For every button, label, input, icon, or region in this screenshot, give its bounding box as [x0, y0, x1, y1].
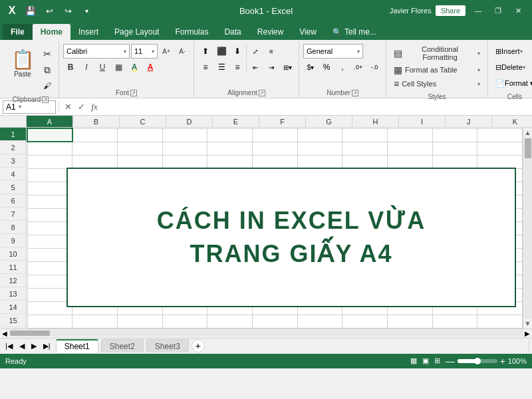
cell-E9[interactable] — [207, 235, 253, 248]
cell-I7[interactable] — [387, 208, 432, 221]
cell-C12[interactable] — [117, 275, 162, 288]
cell-B4[interactable] — [72, 168, 118, 182]
cell-I8[interactable] — [387, 221, 432, 235]
cell-F4[interactable] — [252, 168, 297, 182]
cell-I13[interactable] — [387, 288, 432, 301]
number-expander[interactable]: ↗ — [352, 90, 358, 96]
cell-K5[interactable] — [477, 182, 523, 195]
col-header-I[interactable]: I — [399, 116, 446, 127]
cell-J3[interactable] — [432, 155, 477, 168]
comma-button[interactable]: , — [335, 60, 350, 74]
cell-C13[interactable] — [117, 288, 162, 301]
cell-H6[interactable] — [342, 195, 388, 208]
cell-G10[interactable] — [297, 248, 342, 261]
cell-G6[interactable] — [297, 195, 342, 208]
cell-F10[interactable] — [252, 248, 297, 261]
cell-D8[interactable] — [162, 221, 207, 235]
cell-H5[interactable] — [342, 182, 388, 195]
cell-E5[interactable] — [207, 182, 253, 195]
row-number-14[interactable]: 14 — [0, 301, 26, 314]
cell-G7[interactable] — [297, 208, 342, 221]
cell-C7[interactable] — [117, 208, 162, 221]
cell-J14[interactable] — [432, 301, 477, 315]
cell-G8[interactable] — [297, 221, 342, 235]
tab-insert[interactable]: Insert — [70, 24, 106, 40]
h-scroll-track[interactable] — [9, 330, 523, 336]
row-number-9[interactable]: 9 — [0, 234, 26, 247]
format-as-table-button[interactable]: ▦ Format as Table ▾ — [390, 63, 483, 76]
cell-A5[interactable] — [27, 182, 72, 195]
align-bottom-button[interactable]: ⬇ — [230, 44, 245, 59]
cut-button[interactable]: ✂ — [40, 47, 55, 61]
cell-B14[interactable] — [72, 301, 118, 315]
cell-E13[interactable] — [207, 288, 253, 301]
cell-H4[interactable] — [342, 168, 388, 182]
decrease-decimal-button[interactable]: -.0 — [367, 60, 382, 74]
qat-more-icon[interactable]: ▾ — [80, 4, 93, 17]
row-number-1[interactable]: 1 — [0, 128, 26, 141]
cell-D6[interactable] — [162, 195, 207, 208]
cell-E2[interactable] — [207, 142, 253, 155]
cell-H15[interactable] — [342, 315, 388, 328]
cell-G9[interactable] — [297, 235, 342, 248]
zoom-handle[interactable] — [474, 358, 481, 364]
cell-K11[interactable] — [477, 261, 523, 275]
cell-F15[interactable] — [252, 315, 297, 328]
increase-indent-button[interactable]: ⇥ — [264, 60, 279, 74]
row-number-6[interactable]: 6 — [0, 194, 26, 207]
col-header-K[interactable]: K — [492, 116, 532, 127]
view-break-button[interactable]: ⊞ — [434, 356, 440, 365]
cell-C6[interactable] — [117, 195, 162, 208]
cell-D12[interactable] — [162, 275, 207, 288]
row-number-13[interactable]: 13 — [0, 287, 26, 301]
add-sheet-button[interactable]: + — [192, 339, 205, 352]
col-header-B[interactable]: B — [73, 116, 120, 127]
cell-F8[interactable] — [252, 221, 297, 235]
cell-G4[interactable] — [297, 168, 342, 182]
cell-B6[interactable] — [72, 195, 118, 208]
row-number-10[interactable]: 10 — [0, 247, 26, 261]
cell-J1[interactable] — [432, 128, 477, 142]
cell-G11[interactable] — [297, 261, 342, 275]
cell-K1[interactable] — [477, 128, 523, 142]
cell-A1[interactable] — [27, 128, 72, 142]
col-header-F[interactable]: F — [259, 116, 306, 127]
tab-data[interactable]: Data — [216, 24, 249, 40]
cell-B15[interactable] — [72, 315, 118, 328]
cell-B13[interactable] — [72, 288, 118, 301]
view-normal-button[interactable]: ▦ — [410, 356, 417, 365]
cell-F6[interactable] — [252, 195, 297, 208]
horizontal-scrollbar[interactable]: ◀ ▶ — [0, 329, 532, 338]
cell-C4[interactable] — [117, 168, 162, 182]
cell-I10[interactable] — [387, 248, 432, 261]
cell-B5[interactable] — [72, 182, 118, 195]
cell-B7[interactable] — [72, 208, 118, 221]
scroll-up-button[interactable]: ▲ — [523, 128, 532, 138]
increase-font-size-button[interactable]: A+ — [159, 44, 174, 59]
cell-B11[interactable] — [72, 261, 118, 275]
sheet-last-button[interactable]: ▶| — [41, 340, 53, 352]
cell-B2[interactable] — [72, 142, 118, 155]
scroll-right-button[interactable]: ▶ — [523, 330, 532, 337]
cell-G13[interactable] — [297, 288, 342, 301]
cell-K8[interactable] — [477, 221, 523, 235]
cell-G1[interactable] — [297, 128, 342, 142]
cell-J4[interactable] — [432, 168, 477, 182]
font-expander[interactable]: ↗ — [130, 90, 137, 96]
row-number-5[interactable]: 5 — [0, 181, 26, 194]
sheet-prev-button[interactable]: ◀ — [17, 340, 27, 352]
cell-C15[interactable] — [117, 315, 162, 328]
cell-D14[interactable] — [162, 301, 207, 315]
cell-A14[interactable] — [27, 301, 72, 315]
font-size-select[interactable]: 11 ▾ — [131, 44, 158, 59]
cell-J6[interactable] — [432, 195, 477, 208]
redo-icon[interactable]: ↪ — [61, 4, 74, 17]
sheet-next-button[interactable]: ▶ — [29, 340, 39, 352]
cell-B12[interactable] — [72, 275, 118, 288]
decrease-indent-button[interactable]: ⇤ — [248, 60, 263, 74]
cell-F5[interactable] — [252, 182, 297, 195]
cell-B8[interactable] — [72, 221, 118, 235]
cell-F13[interactable] — [252, 288, 297, 301]
cell-D13[interactable] — [162, 288, 207, 301]
cell-E12[interactable] — [207, 275, 253, 288]
